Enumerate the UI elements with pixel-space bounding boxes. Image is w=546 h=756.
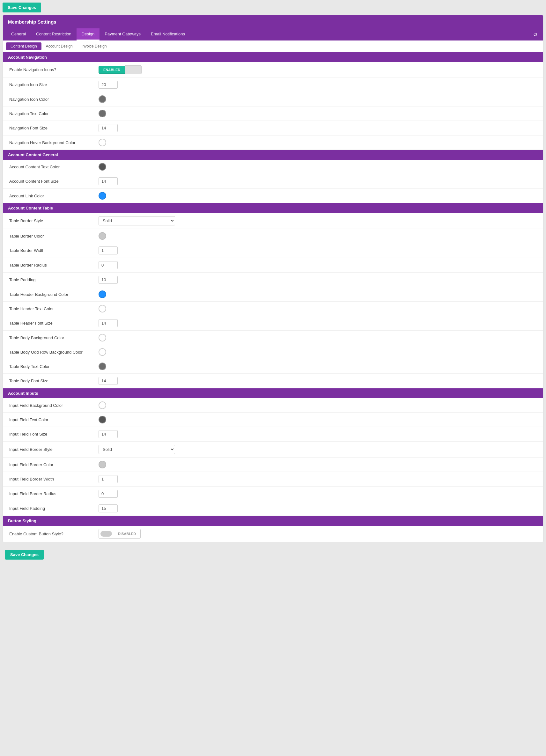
table-padding-input[interactable] xyxy=(99,276,118,284)
input-border-width-input[interactable] xyxy=(99,475,118,483)
section-account-content-table: Account Content Table Table Border Style… xyxy=(3,203,543,388)
control-input-border-color xyxy=(99,461,537,468)
sub-tab-content-design[interactable]: Content Design xyxy=(6,42,41,50)
label-table-header-font-size: Table Header Font Size xyxy=(9,321,99,326)
toggle-enable-custom-button[interactable]: DISABLED xyxy=(99,529,141,539)
input-padding-input[interactable] xyxy=(99,504,118,512)
main-container: Membership Settings General Content Rest… xyxy=(3,15,543,542)
row-input-border-width: Input Field Border Width xyxy=(3,472,543,487)
label-table-border-color: Table Border Color xyxy=(9,234,99,239)
label-content-text-color: Account Content Text Color xyxy=(9,165,99,169)
input-text-color-swatch[interactable] xyxy=(99,416,106,423)
tab-general[interactable]: General xyxy=(6,28,31,40)
label-enable-custom-button: Enable Custom Button Style? xyxy=(9,532,99,536)
table-border-width-input[interactable] xyxy=(99,246,118,254)
row-nav-text-color: Navigation Text Color xyxy=(3,106,543,121)
input-border-style-select[interactable]: SolidDashedDottedNone xyxy=(99,445,175,454)
control-input-font-size xyxy=(99,430,537,438)
control-content-font-size xyxy=(99,177,537,185)
row-input-font-size: Input Field Font Size xyxy=(3,427,543,442)
table-header-font-size-input[interactable] xyxy=(99,319,118,327)
row-input-border-style: Input Field Border Style SolidDashedDott… xyxy=(3,442,543,458)
sub-tab-account-design[interactable]: Account Design xyxy=(41,42,77,50)
control-table-header-font-size xyxy=(99,319,537,327)
label-table-body-bg-color: Table Body Background Color xyxy=(9,335,99,340)
control-account-link-color xyxy=(99,192,537,200)
nav-font-size-input[interactable] xyxy=(99,124,118,132)
toggle-disabled-text: DISABLED xyxy=(114,530,140,537)
control-table-body-bg-color xyxy=(99,334,537,341)
row-nav-font-size: Navigation Font Size xyxy=(3,121,543,136)
control-table-header-bg-color xyxy=(99,290,537,298)
nav-text-color-swatch[interactable] xyxy=(99,110,106,117)
control-table-header-text-color xyxy=(99,305,537,312)
panel-title: Membership Settings xyxy=(3,15,543,28)
account-link-color-swatch[interactable] xyxy=(99,192,106,200)
section-account-content-general: Account Content General Account Content … xyxy=(3,150,543,203)
reset-icon[interactable]: ↺ xyxy=(531,29,540,40)
table-border-color-swatch[interactable] xyxy=(99,232,106,240)
row-table-body-font-size: Table Body Font Size xyxy=(3,374,543,388)
label-input-border-style: Input Field Border Style xyxy=(9,447,99,452)
toggle-enable-nav-icons[interactable]: ENABLED xyxy=(99,65,142,74)
content-text-color-swatch[interactable] xyxy=(99,163,106,171)
input-bg-color-swatch[interactable] xyxy=(99,401,106,409)
control-input-text-color xyxy=(99,416,537,423)
table-header-bg-color-swatch[interactable] xyxy=(99,290,106,298)
nav-icon-size-input[interactable] xyxy=(99,81,118,89)
table-body-bg-color-swatch[interactable] xyxy=(99,334,106,341)
section-header-account-content-general: Account Content General xyxy=(3,150,543,160)
input-border-color-swatch[interactable] xyxy=(99,461,106,468)
row-input-border-color: Input Field Border Color xyxy=(3,458,543,472)
label-input-font-size: Input Field Font Size xyxy=(9,432,99,437)
row-input-bg-color: Input Field Background Color xyxy=(3,398,543,413)
label-nav-text-color: Navigation Text Color xyxy=(9,111,99,116)
table-border-style-select[interactable]: SolidDashedDottedNone xyxy=(99,216,175,225)
section-account-inputs: Account Inputs Input Field Background Co… xyxy=(3,388,543,516)
input-border-radius-input[interactable] xyxy=(99,490,118,498)
row-content-font-size: Account Content Font Size xyxy=(3,174,543,189)
row-enable-nav-icons: Enable Navigation Icons? ENABLED xyxy=(3,62,543,77)
toggle-off-part[interactable] xyxy=(125,65,142,74)
tab-design[interactable]: Design xyxy=(77,28,100,40)
tab-content-restriction[interactable]: Content Restriction xyxy=(31,28,77,40)
tabs-bar: General Content Restriction Design Payme… xyxy=(3,28,543,40)
section-header-account-inputs: Account Inputs xyxy=(3,388,543,398)
control-table-border-style: SolidDashedDottedNone xyxy=(99,216,537,225)
label-table-body-odd-bg-color: Table Body Odd Row Background Color xyxy=(9,350,99,355)
table-body-odd-bg-color-swatch[interactable] xyxy=(99,348,106,356)
table-border-radius-input[interactable] xyxy=(99,261,118,269)
save-button-top[interactable]: Save Changes xyxy=(3,3,41,12)
label-table-border-style: Table Border Style xyxy=(9,218,99,223)
row-input-text-color: Input Field Text Color xyxy=(3,413,543,427)
row-input-padding: Input Field Padding xyxy=(3,501,543,516)
nav-icon-color-swatch[interactable] xyxy=(99,95,106,103)
row-table-border-width: Table Border Width xyxy=(3,243,543,258)
control-input-bg-color xyxy=(99,401,537,409)
control-nav-font-size xyxy=(99,124,537,132)
row-account-link-color: Account Link Color xyxy=(3,189,543,203)
tab-email-notifications[interactable]: Email Notifications xyxy=(146,28,190,40)
label-account-link-color: Account Link Color xyxy=(9,194,99,198)
label-table-body-text-color: Table Body Text Color xyxy=(9,364,99,369)
content-font-size-input[interactable] xyxy=(99,177,118,185)
row-table-header-font-size: Table Header Font Size xyxy=(3,316,543,331)
row-table-header-bg-color: Table Header Background Color xyxy=(3,287,543,302)
label-nav-icon-color: Navigation Icon Color xyxy=(9,97,99,102)
table-body-font-size-input[interactable] xyxy=(99,377,118,385)
save-button-bottom[interactable]: Save Changes xyxy=(5,550,44,560)
input-font-size-input[interactable] xyxy=(99,430,118,438)
toggle-enabled-label[interactable]: ENABLED xyxy=(99,66,125,74)
control-nav-icon-color xyxy=(99,95,537,103)
sub-tab-invoice-design[interactable]: Invoice Design xyxy=(77,42,111,50)
row-table-border-radius: Table Border Radius xyxy=(3,258,543,273)
table-header-text-color-swatch[interactable] xyxy=(99,305,106,312)
row-table-body-odd-bg-color: Table Body Odd Row Background Color xyxy=(3,345,543,359)
tab-payment-gateways[interactable]: Payment Gateways xyxy=(100,28,146,40)
row-table-header-text-color: Table Header Text Color xyxy=(3,302,543,316)
nav-hover-bg-color-swatch[interactable] xyxy=(99,139,106,146)
label-input-border-width: Input Field Border Width xyxy=(9,477,99,481)
label-input-border-radius: Input Field Border Radius xyxy=(9,491,99,496)
table-body-text-color-swatch[interactable] xyxy=(99,363,106,370)
label-table-border-radius: Table Border Radius xyxy=(9,263,99,268)
